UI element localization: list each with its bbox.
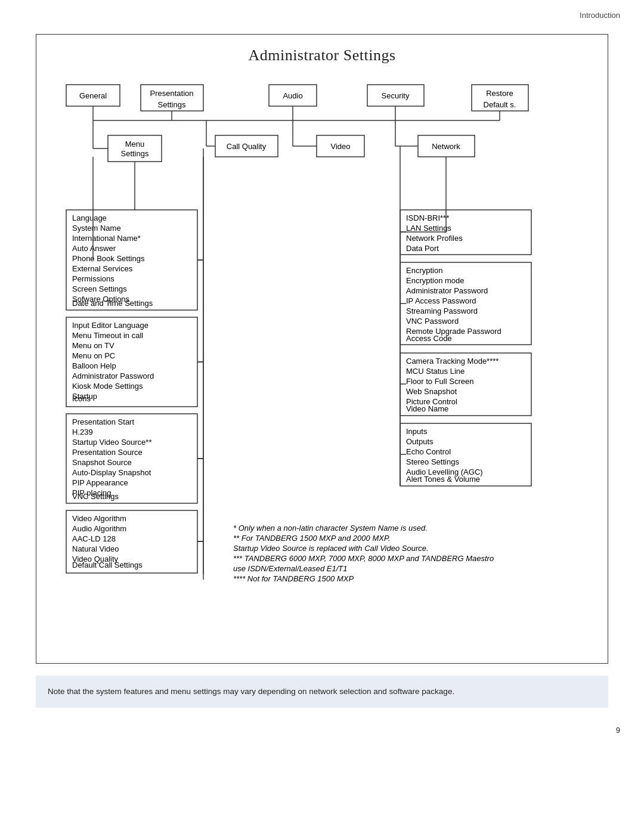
audio-box: Audio	[283, 91, 302, 100]
svg-text:Outputs: Outputs	[406, 437, 434, 446]
svg-text:International Name*: International Name*	[72, 234, 141, 243]
restore-box2: Default s.	[484, 100, 516, 109]
svg-text:Network Profiles: Network Profiles	[406, 234, 463, 243]
main-diagram: Administrator Settings General Presentat…	[36, 34, 608, 664]
svg-text:Alert Tones & Volume: Alert Tones & Volume	[406, 475, 480, 484]
svg-text:Streaming Password: Streaming Password	[406, 306, 478, 315]
svg-text:MCU Status Line: MCU Status Line	[406, 367, 465, 376]
svg-text:VNC Settings: VNC Settings	[72, 492, 119, 501]
menu-box2: Settings	[121, 149, 149, 158]
svg-text:LAN Settings: LAN Settings	[406, 224, 451, 233]
svg-text:Audio Algorithm: Audio Algorithm	[72, 524, 126, 533]
network-box: Network	[432, 142, 460, 151]
presentation-box2: Settings	[158, 100, 186, 109]
video-box: Video	[330, 142, 350, 151]
svg-text:Auto Answer: Auto Answer	[72, 244, 116, 253]
svg-text:Stereo Settings: Stereo Settings	[406, 457, 459, 466]
svg-text:Input Editor Language: Input Editor Language	[72, 321, 148, 330]
svg-text:Default Call Settings: Default Call Settings	[72, 561, 143, 569]
svg-text:Date and Time Settings: Date and Time Settings	[72, 299, 153, 308]
svg-text:Startup Video Source is replac: Startup Video Source is replaced with Ca…	[233, 544, 429, 553]
svg-text:**  For TANDBERG 1500 MXP and : ** For TANDBERG 1500 MXP and 2000 MXP.	[233, 534, 391, 543]
svg-text:Kiosk Mode Settings: Kiosk Mode Settings	[72, 382, 143, 391]
svg-text:Permissions: Permissions	[72, 274, 114, 283]
page-header: Introduction	[0, 0, 644, 20]
presentation-box: Presentation	[150, 89, 194, 98]
svg-text:Snapshot Source: Snapshot Source	[72, 458, 132, 467]
svg-text:Presentation Source: Presentation Source	[72, 448, 143, 457]
svg-text:H.239: H.239	[72, 428, 93, 436]
svg-text:PIP Appearance: PIP Appearance	[72, 478, 128, 487]
general-box: General	[79, 91, 107, 100]
svg-text:Video Name: Video Name	[406, 404, 448, 413]
menu-box: Menu	[125, 140, 145, 148]
svg-text:Menu on TV: Menu on TV	[72, 341, 114, 350]
svg-text:Inputs: Inputs	[406, 427, 428, 436]
note-box: Note that the system features and menu s…	[36, 676, 608, 708]
callquality-box: Call Quality	[227, 142, 267, 151]
svg-text:IP Access Password: IP Access Password	[406, 296, 476, 305]
svg-text:Encryption: Encryption	[406, 266, 442, 275]
svg-text:Access Code: Access Code	[406, 334, 452, 343]
svg-text:Echo Control: Echo Control	[406, 447, 451, 456]
svg-text:Balloon Help: Balloon Help	[72, 361, 116, 370]
svg-text:Natural Video: Natural Video	[72, 544, 119, 553]
svg-text:Auto-Display Snapshot: Auto-Display Snapshot	[72, 468, 151, 477]
svg-text:Encryption mode: Encryption mode	[406, 276, 465, 285]
svg-text:Administrator Password: Administrator Password	[406, 286, 488, 295]
svg-text:Camera Tracking Mode****: Camera Tracking Mode****	[406, 357, 499, 366]
restore-box: Restore	[486, 89, 513, 98]
svg-text:Phone Book Settings: Phone Book Settings	[72, 254, 145, 263]
svg-text:Icons: Icons	[72, 394, 91, 403]
svg-text:Video Algorithm: Video Algorithm	[72, 514, 126, 523]
diagram-title: Administrator Settings	[48, 47, 596, 64]
svg-text:System Name: System Name	[72, 224, 121, 233]
svg-text:Menu Timeout in call: Menu Timeout in call	[72, 331, 143, 340]
diagram-svg: General Presentation Settings Audio Secu…	[48, 79, 609, 651]
note-text: Note that the system features and menu s…	[48, 687, 454, 696]
svg-text:Data Port: Data Port	[406, 244, 439, 253]
svg-text:Startup Video Source**: Startup Video Source**	[72, 438, 151, 447]
svg-text:Language: Language	[72, 213, 107, 222]
svg-text:ISDN-BRI***: ISDN-BRI***	[406, 213, 449, 222]
svg-text:VNC Password: VNC Password	[406, 317, 459, 326]
svg-text:AAC-LD 128: AAC-LD 128	[72, 534, 116, 543]
svg-text:Menu on PC: Menu on PC	[72, 351, 115, 360]
svg-text:Administrator Password: Administrator Password	[72, 371, 154, 380]
security-box: Security	[382, 91, 410, 100]
svg-text:Floor to Full Screen: Floor to Full Screen	[406, 377, 473, 386]
svg-text:**** Not for TANDBERG 1500 MXP: **** Not for TANDBERG 1500 MXP	[233, 574, 354, 583]
svg-text:Web Snapshot: Web Snapshot	[406, 387, 457, 396]
svg-text:*   Only when a non-latin char: * Only when a non-latin character System…	[233, 524, 428, 532]
svg-text:*** TANDBERG 6000 MXP, 7000 MX: *** TANDBERG 6000 MXP, 7000 MXP, 8000 MX…	[233, 554, 494, 563]
svg-text:Screen Settings: Screen Settings	[72, 284, 127, 293]
svg-text:Presentation Start: Presentation Start	[72, 417, 134, 426]
svg-text:External Services: External Services	[72, 264, 133, 273]
svg-text:use ISDN/External/Leased E1/T1: use ISDN/External/Leased E1/T1	[233, 564, 348, 573]
page-number: 9	[0, 720, 644, 735]
header-label: Introduction	[580, 11, 620, 20]
